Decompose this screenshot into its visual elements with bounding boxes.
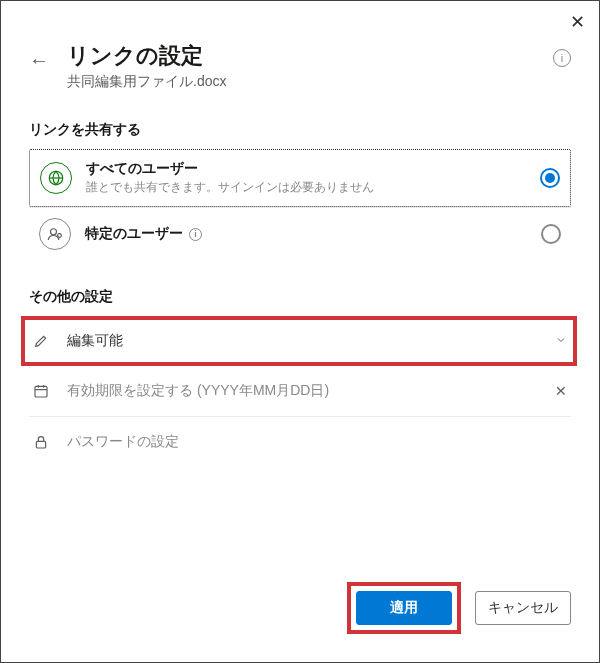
password-row[interactable]: パスワードの設定 [29, 417, 571, 467]
edit-permission-label: 編集可能 [67, 332, 551, 350]
other-settings: その他の設定 編集可能 有効期限を設定する (YYYY年MM月DD日) ✕ [1, 260, 599, 467]
expiry-placeholder: 有効期限を設定する (YYYY年MM月DD日) [67, 382, 551, 400]
option-anyone-desc: 誰とでも共有できます。サインインは必要ありません [86, 179, 540, 196]
close-button[interactable]: ✕ [570, 11, 585, 33]
edit-permission-dropdown[interactable]: 編集可能 [29, 320, 571, 362]
cancel-button[interactable]: キャンセル [475, 591, 571, 625]
option-anyone-title: すべてのユーザー [86, 160, 540, 178]
people-icon [39, 218, 71, 250]
svg-point-1 [51, 229, 57, 235]
pencil-icon [29, 333, 53, 349]
apply-button[interactable]: 適用 [356, 591, 452, 625]
clear-expiry-button[interactable]: ✕ [551, 383, 571, 399]
globe-icon [40, 162, 72, 194]
expiry-row[interactable]: 有効期限を設定する (YYYY年MM月DD日) ✕ [29, 366, 571, 417]
other-section-label: その他の設定 [29, 288, 571, 316]
option-specific-text: 特定のユーザー i [85, 225, 541, 243]
share-options: すべてのユーザー 誰とでも共有できます。サインインは必要ありません 特定のユーザ… [1, 149, 599, 260]
lock-icon [29, 434, 53, 450]
option-anyone[interactable]: すべてのユーザー 誰とでも共有できます。サインインは必要ありません [29, 149, 571, 207]
file-name: 共同編集用ファイル.docx [67, 73, 553, 91]
title-block: リンクの設定 共同編集用ファイル.docx [67, 43, 553, 91]
highlight-edit-permission: 編集可能 [21, 316, 577, 366]
radio-anyone[interactable] [540, 168, 560, 188]
dialog-header: ← リンクの設定 共同編集用ファイル.docx i [1, 1, 599, 115]
option-specific-title: 特定のユーザー [85, 225, 183, 243]
dialog-footer: 適用 キャンセル [347, 582, 571, 634]
info-icon[interactable]: i [189, 228, 202, 241]
option-anyone-text: すべてのユーザー 誰とでも共有できます。サインインは必要ありません [86, 160, 540, 196]
svg-point-2 [58, 234, 62, 238]
highlight-apply-button: 適用 [347, 582, 461, 634]
radio-specific[interactable] [541, 224, 561, 244]
calendar-icon [29, 383, 53, 399]
password-placeholder: パスワードの設定 [67, 433, 571, 451]
back-button[interactable]: ← [29, 49, 49, 72]
dialog-title: リンクの設定 [67, 43, 553, 69]
share-section-label: リンクを共有する [1, 115, 599, 149]
svg-rect-4 [36, 442, 45, 449]
option-specific[interactable]: 特定のユーザー i [29, 207, 571, 260]
svg-rect-3 [35, 387, 47, 398]
chevron-down-icon [551, 333, 571, 349]
info-icon[interactable]: i [553, 49, 571, 67]
